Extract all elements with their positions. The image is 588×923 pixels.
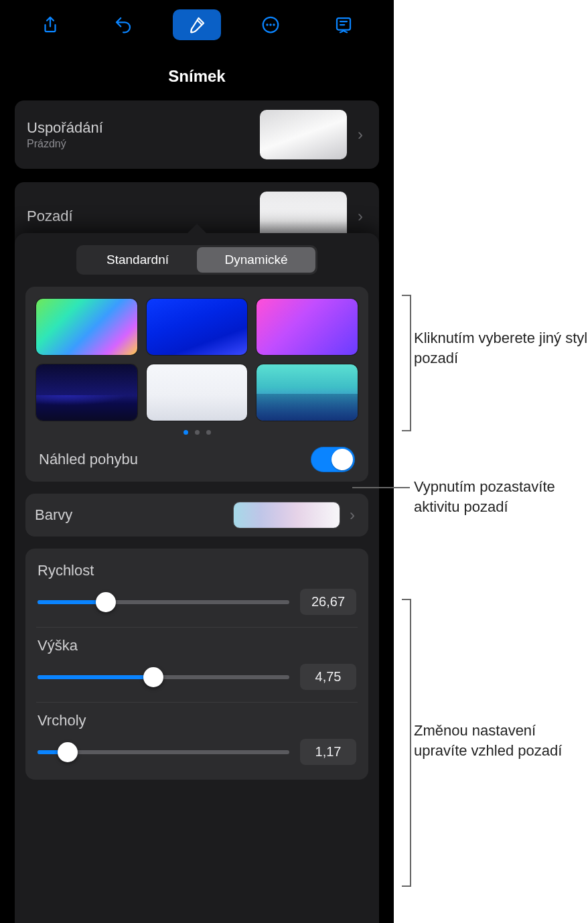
dynamic-bg-swatch-2[interactable] [147, 299, 248, 355]
dynamic-bg-swatch-1[interactable] [36, 299, 137, 355]
slider-block-speed: Rychlost 26,67 [36, 553, 358, 628]
pager-dot-1[interactable] [183, 430, 188, 435]
motion-preview-label: Náhled pohybu [39, 451, 138, 468]
slider-knob[interactable] [96, 592, 116, 612]
segment-dynamic[interactable]: Dynamické [197, 247, 315, 273]
callout-bracket [402, 295, 411, 431]
callout-sliders: Změnou nastavení upravíte vzhled pozadí [414, 721, 588, 760]
share-icon [40, 15, 60, 35]
svg-point-2 [269, 23, 272, 26]
slider-label: Výška [38, 637, 356, 654]
toggle-knob [332, 449, 353, 470]
chevron-right-icon: › [346, 506, 359, 524]
inspector-panel: Snímek Uspořádání Prázdný › Pozadí › Sta… [0, 0, 394, 923]
chevron-right-icon: › [354, 207, 367, 226]
layout-label: Uspořádání [27, 119, 260, 137]
dynamic-bg-swatch-3[interactable] [256, 299, 358, 355]
background-label: Pozadí [27, 208, 260, 225]
more-icon [261, 15, 281, 35]
dynamic-bg-swatch-6[interactable] [256, 364, 358, 421]
motion-preview-row: Náhled pohybu [36, 437, 358, 475]
height-value[interactable]: 4,75 [300, 664, 356, 690]
sliders-section: Rychlost 26,67 Výška 4,75 [25, 549, 368, 780]
slider-knob[interactable] [58, 742, 78, 762]
background-popover: Standardní Dynamické Náhled pohybu [15, 233, 379, 923]
top-toolbar [0, 0, 394, 48]
undo-button[interactable] [99, 9, 147, 40]
colors-row[interactable]: Barvy › [25, 494, 368, 537]
peaks-slider[interactable] [38, 750, 289, 754]
slider-label: Rychlost [38, 562, 356, 579]
layout-row[interactable]: Uspořádání Prázdný › [15, 100, 379, 169]
presenter-button[interactable] [319, 9, 368, 40]
chevron-right-icon: › [354, 125, 367, 144]
presenter-icon [334, 15, 354, 35]
svg-rect-4 [337, 18, 350, 30]
colors-label: Barvy [35, 506, 233, 524]
format-button[interactable] [173, 9, 221, 40]
gallery-pager[interactable] [36, 421, 358, 437]
speed-value[interactable]: 26,67 [300, 589, 356, 615]
colors-section: Barvy › [25, 494, 368, 537]
slider-knob[interactable] [143, 667, 163, 687]
more-button[interactable] [246, 9, 295, 40]
layout-sublabel: Prázdný [27, 138, 260, 150]
pager-dot-2[interactable] [195, 430, 200, 435]
slider-fill [38, 675, 153, 679]
speed-slider[interactable] [38, 600, 289, 604]
slider-label: Vrcholy [38, 712, 356, 729]
motion-preview-toggle[interactable] [311, 447, 355, 472]
background-type-segmented[interactable]: Standardní Dynamické [76, 245, 317, 275]
svg-point-1 [266, 23, 269, 26]
layout-section: Uspořádání Prázdný › [15, 100, 379, 169]
colors-preview-swatch [233, 502, 340, 528]
layout-thumbnail [260, 110, 347, 159]
slider-block-peaks: Vrcholy 1,17 [36, 703, 358, 777]
undo-icon [113, 15, 133, 35]
callout-line [352, 487, 410, 488]
svg-point-3 [273, 23, 275, 26]
slider-block-height: Výška 4,75 [36, 628, 358, 703]
panel-title: Snímek [0, 48, 394, 100]
callout-styles: Kliknutím vyberete jiný styl pozadí [414, 328, 588, 368]
dynamic-bg-swatch-5[interactable] [147, 364, 248, 421]
dynamic-backgrounds-gallery: Náhled pohybu [25, 287, 368, 482]
callout-bracket [402, 599, 411, 887]
callout-toggle: Vypnutím pozastavíte aktivitu pozadí [414, 477, 588, 516]
height-slider[interactable] [38, 675, 289, 679]
peaks-value[interactable]: 1,17 [300, 739, 356, 765]
annotation-callouts: Kliknutím vyberete jiný styl pozadí Vypn… [394, 0, 588, 923]
pager-dot-3[interactable] [206, 430, 211, 435]
share-button[interactable] [26, 9, 74, 40]
segment-standard[interactable]: Standardní [78, 247, 197, 273]
dynamic-bg-swatch-4[interactable] [36, 364, 137, 421]
format-brush-icon [187, 15, 207, 35]
